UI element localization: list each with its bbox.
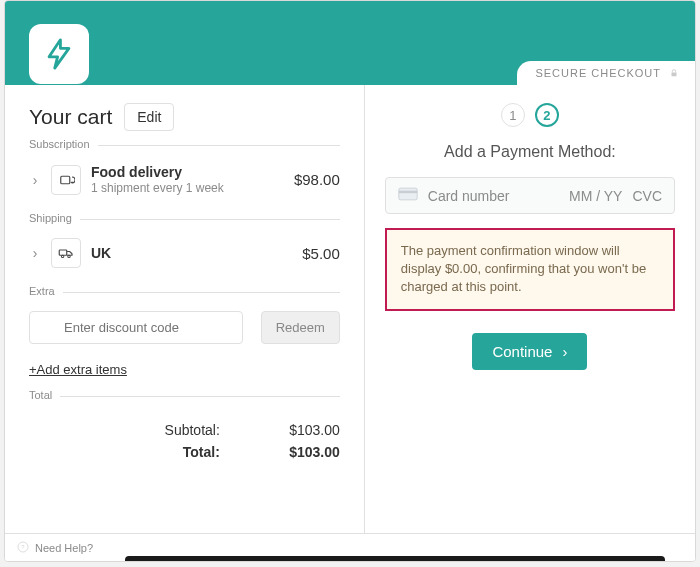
card-cvc-placeholder: CVC (632, 188, 662, 204)
need-help-link[interactable]: Need Help? (35, 542, 93, 554)
section-shipping: Shipping (29, 219, 340, 232)
help-icon: ? (17, 541, 29, 555)
payment-title: Add a Payment Method: (385, 143, 675, 161)
subscription-price: $98.00 (280, 171, 340, 188)
subscription-title: Food delivery (91, 164, 270, 180)
edit-cart-button[interactable]: Edit (124, 103, 174, 131)
chevron-right-icon[interactable]: › (29, 245, 41, 261)
cart-panel: Your cart Edit Subscription › Food deliv… (5, 85, 364, 533)
step-2[interactable]: 2 (535, 103, 559, 127)
secure-checkout-badge: SECURE CHECKOUT (517, 61, 695, 85)
header-band: SECURE CHECKOUT (5, 1, 695, 85)
add-extra-items-link[interactable]: +Add extra items (29, 362, 127, 377)
svg-point-4 (68, 255, 70, 257)
section-extra: Extra (29, 292, 340, 305)
payment-notice: The payment confirmation window will dis… (385, 228, 675, 311)
continue-label: Continue (492, 343, 552, 360)
box-refresh-icon (57, 171, 75, 189)
cart-title: Your cart (29, 105, 112, 129)
svg-text:?: ? (21, 544, 25, 550)
subscription-line-item: › Food delivery 1 shipment every 1 week … (29, 158, 340, 205)
chevron-right-icon[interactable]: › (29, 172, 41, 188)
payment-panel: 1 2 Add a Payment Method: Card number MM… (364, 85, 695, 533)
subscription-icon-tile (51, 165, 81, 195)
svg-rect-0 (672, 73, 677, 77)
lightning-icon (42, 37, 76, 71)
shipping-line-item: › UK $5.00 (29, 232, 340, 278)
chevron-right-icon: › (562, 343, 567, 360)
subtotal-label: Subtotal: (130, 422, 220, 438)
truck-icon (57, 244, 75, 262)
card-input[interactable]: Card number MM / YY CVC (385, 177, 675, 214)
lock-icon (669, 68, 679, 78)
svg-point-3 (61, 255, 63, 257)
credit-card-icon (398, 187, 418, 204)
redeem-button[interactable]: Redeem (261, 311, 340, 344)
subtotal-value: $103.00 (260, 422, 340, 438)
shipping-icon-tile (51, 238, 81, 268)
bottom-bar (125, 556, 665, 562)
step-1[interactable]: 1 (501, 103, 525, 127)
footer: ? Need Help? (5, 533, 695, 561)
svg-rect-6 (399, 188, 417, 200)
card-expiry-placeholder: MM / YY (569, 188, 622, 204)
svg-rect-2 (59, 250, 67, 255)
total-label: Total: (130, 444, 220, 460)
svg-rect-7 (399, 191, 417, 194)
subscription-subtitle: 1 shipment every 1 week (91, 181, 270, 195)
checkout-steps: 1 2 (385, 103, 675, 127)
card-number-placeholder: Card number (428, 188, 559, 204)
shipping-price: $5.00 (280, 245, 340, 262)
continue-button[interactable]: Continue › (472, 333, 587, 370)
svg-rect-1 (61, 176, 70, 184)
section-subscription: Subscription (29, 145, 340, 158)
section-total: Total (29, 396, 340, 409)
secure-checkout-label: SECURE CHECKOUT (535, 67, 661, 79)
brand-logo (29, 24, 89, 84)
total-value: $103.00 (260, 444, 340, 460)
discount-code-input[interactable] (29, 311, 243, 344)
shipping-title: UK (91, 245, 270, 261)
